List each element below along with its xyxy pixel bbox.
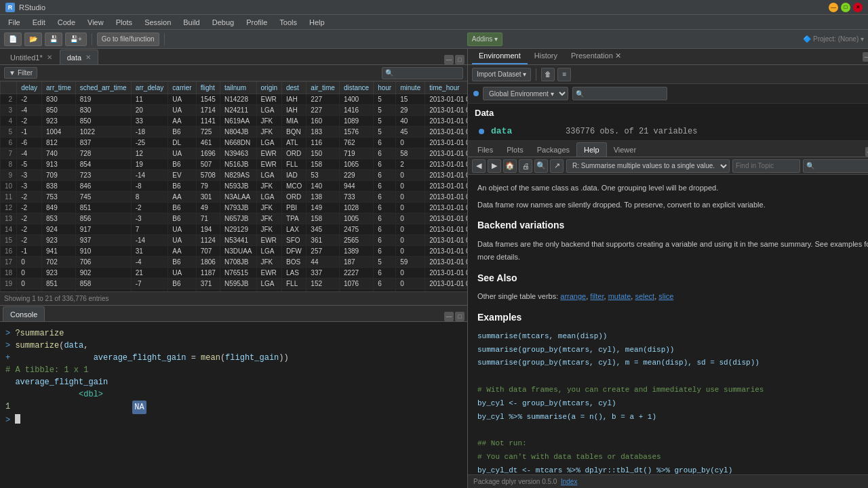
help-external-button[interactable]: ↗ <box>550 159 564 173</box>
link-arrange[interactable]: arrange <box>560 292 586 300</box>
maximize-button[interactable]: □ <box>841 3 850 12</box>
link-filter[interactable]: filter <box>590 292 604 300</box>
cell-data: 1005 <box>339 214 373 224</box>
menu-profile[interactable]: Profile <box>241 17 273 28</box>
cell-data: 71 <box>196 214 220 224</box>
window-controls[interactable]: — □ ✕ <box>829 3 863 12</box>
addins-button[interactable]: Addins ▾ <box>467 33 502 46</box>
filter-icon: ▼ <box>9 69 16 77</box>
help-index-link[interactable]: Index <box>561 478 577 485</box>
minimize-button[interactable]: — <box>829 3 838 12</box>
tab-history[interactable]: History <box>528 49 564 64</box>
tab-environment[interactable]: Environment <box>472 49 528 64</box>
cell-data: 1416 <box>339 105 373 116</box>
left-panel-maximize[interactable]: □ <box>455 55 465 64</box>
data-scroll[interactable]: delay arr_time sched_arr_time arr_delay … <box>0 81 467 291</box>
cell-data: 923 <box>42 116 76 127</box>
menu-edit[interactable]: Edit <box>27 17 51 28</box>
cmd-3: average_flight_gain = mean(flight_gain)) <box>15 352 288 364</box>
console-content[interactable]: > ?summarize > summarize(data, + average… <box>0 322 467 488</box>
cell-data: 5708 <box>196 170 220 181</box>
env-clear-button[interactable]: 🗑 <box>541 68 555 81</box>
menu-help[interactable]: Help <box>304 17 330 28</box>
tab-console[interactable]: Console <box>3 306 45 321</box>
data-toolbar: ▼ Filter <box>0 65 467 81</box>
tab-plots[interactable]: Plots <box>500 143 530 157</box>
open-file-button[interactable]: 📂 <box>24 33 42 46</box>
new-file-button[interactable]: 📄 <box>4 33 22 46</box>
link-select[interactable]: select <box>635 292 654 300</box>
cell-data: 140 <box>307 181 340 192</box>
tab-untitled1-close[interactable]: ✕ <box>47 54 52 61</box>
close-button[interactable]: ✕ <box>853 3 863 12</box>
tab-files[interactable]: Files <box>471 143 500 157</box>
output-row-num: 1 <box>5 401 10 414</box>
ex-6: by_cyl_dt <- mtcars %>% dplyr::tbl_dt() … <box>477 464 868 474</box>
table-row: 11-27537458AA301N3ALAALGAORD138733602013… <box>1 192 468 203</box>
left-panel-minimize[interactable]: — <box>444 55 454 64</box>
tab-viewer[interactable]: Viewer <box>607 143 643 157</box>
menu-plots[interactable]: Plots <box>111 17 138 28</box>
cell-data: 2475 <box>339 224 373 235</box>
cell-rownum: 6 <box>1 138 17 148</box>
cell-data: 2013-01-01 06:00:00 <box>425 268 467 279</box>
help-find-button[interactable]: 🔍 <box>534 159 548 173</box>
right-top-tabs: Environment History Presentation ✕ <box>472 49 628 64</box>
cell-data: 6 <box>374 181 396 192</box>
cell-data: 1124 <box>196 235 220 246</box>
data-search-input[interactable] <box>382 67 463 79</box>
console-maximize[interactable]: □ <box>455 312 465 321</box>
cell-data: 924 <box>42 224 76 235</box>
env-list-toggle[interactable]: ≡ <box>557 68 571 81</box>
tab-untitled1[interactable]: Untitled1* ✕ <box>3 49 60 64</box>
env-scope-select[interactable]: Global Environment ▾ <box>483 87 568 100</box>
link-mutate[interactable]: mutate <box>608 292 631 300</box>
cell-data: 6 <box>374 148 396 159</box>
env-search-input[interactable] <box>572 87 667 100</box>
go-to-function-button[interactable]: Go to file/function <box>97 33 159 46</box>
tab-presentation[interactable]: Presentation ✕ <box>564 49 628 64</box>
help-home-button[interactable]: 🏠 <box>503 159 517 173</box>
cell-rownum: 17 <box>1 257 17 268</box>
menu-tools[interactable]: Tools <box>274 17 302 28</box>
menu-session[interactable]: Session <box>139 17 176 28</box>
menu-file[interactable]: File <box>3 17 26 28</box>
right-top-minimize[interactable]: — <box>863 52 868 62</box>
help-forward-button[interactable]: ▶ <box>488 159 501 173</box>
save-button[interactable]: 💾 <box>45 33 62 46</box>
help-topic-select[interactable]: R: Summarise multiple values to a single… <box>566 159 730 173</box>
import-dataset-button[interactable]: Import Dataset ▾ <box>472 68 531 81</box>
cell-rownum: 15 <box>1 235 17 246</box>
cell-data: 850 <box>42 105 76 116</box>
cell-data: 1806 <box>196 257 220 268</box>
tab-packages[interactable]: Packages <box>530 143 576 157</box>
menu-build[interactable]: Build <box>178 17 205 28</box>
link-slice[interactable]: slice <box>658 292 673 300</box>
help-print-button[interactable]: 🖨 <box>519 159 532 173</box>
console-minimize[interactable]: — <box>444 312 454 321</box>
cell-data: 45 <box>396 127 425 138</box>
table-row: 190851858-7B6371N595JBLGAFLL152107660201… <box>1 279 468 289</box>
menu-view[interactable]: View <box>82 17 109 28</box>
save-all-button[interactable]: 💾+ <box>65 33 87 46</box>
bottom-right-minimize[interactable]: — <box>865 147 868 157</box>
cell-data: 0 <box>396 279 425 289</box>
find-in-topic-input[interactable] <box>732 159 800 173</box>
cell-data: 2013-01-01 06:00:00 <box>425 224 467 235</box>
table-row: 14-29249177UA194N29129JFKLAX345247560201… <box>1 224 468 235</box>
menu-debug[interactable]: Debug <box>207 17 239 28</box>
cell-data: N39463 <box>220 148 256 159</box>
tab-data-close[interactable]: ✕ <box>85 54 91 61</box>
cell-rownum: 16 <box>1 246 17 257</box>
tab-help[interactable]: Help <box>576 142 607 157</box>
env-toolbar-left: Import Dataset ▾ 🗑 ≡ <box>472 68 571 81</box>
tab-data[interactable]: data ✕ <box>60 49 98 64</box>
cell-data: 160 <box>307 116 340 127</box>
menu-code[interactable]: Code <box>52 17 81 28</box>
console-line-7: 1 NA <box>5 401 462 414</box>
help-back-button[interactable]: ◀ <box>472 159 486 173</box>
cell-data: 2013-01-01 06:00:00 <box>425 181 467 192</box>
filter-button[interactable]: ▼ Filter <box>4 67 37 79</box>
col-air-time: air_time <box>307 82 340 94</box>
help-search-input[interactable] <box>803 159 868 173</box>
